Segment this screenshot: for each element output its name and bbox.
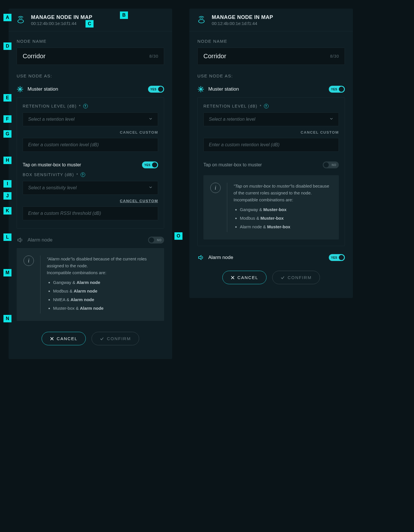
- marker-J: J: [3, 192, 11, 200]
- check-icon: [100, 337, 104, 341]
- marker-F: F: [3, 115, 11, 123]
- alarm-info-box: i "Alarm node"is disabled because of the…: [17, 248, 164, 321]
- marker-B: B: [120, 11, 128, 19]
- marker-G: G: [3, 130, 11, 138]
- muster-station-label: Muster station: [28, 86, 58, 92]
- retention-level-label: RETENTION LEVEL (dB)* ?: [203, 104, 339, 108]
- use-as-label: USE NODE AS:: [197, 73, 345, 78]
- alarm-node-label: Alarm node: [208, 255, 233, 260]
- node-name-label: NODE NAME: [17, 39, 164, 44]
- alarm-node-toggle[interactable]: YES: [329, 254, 345, 261]
- node-name-input[interactable]: [17, 48, 164, 65]
- svg-point-1: [199, 20, 204, 23]
- sensitivity-select[interactable]: Select a sensitivity level: [23, 181, 158, 195]
- panel-mac: 00:12:4b:00:1e:1d:f1:44: [212, 21, 273, 26]
- alarm-node-label: Alarm node: [28, 237, 53, 243]
- cancel-button[interactable]: CANCEL: [222, 271, 267, 284]
- muster-station-row: Muster station YES: [17, 83, 164, 97]
- close-icon: [50, 337, 54, 341]
- muster-station-toggle[interactable]: YES: [148, 86, 164, 93]
- cancel-custom-retention: CANCEL CUSTOM: [23, 130, 158, 135]
- footer-buttons: CANCEL CONFIRM: [17, 327, 164, 353]
- muster-station-icon: [17, 86, 24, 93]
- node-name-label: NODE NAME: [197, 39, 345, 44]
- marker-N: N: [3, 315, 11, 322]
- close-icon: [231, 276, 235, 280]
- cancel-button[interactable]: CANCEL: [42, 332, 86, 345]
- tap-info-box: i "Tap on muster-box to muster"is disabl…: [203, 175, 339, 239]
- alarm-speaker-icon: [197, 254, 204, 261]
- alarm-node-row: Alarm node YES: [197, 252, 345, 266]
- panel-header: MANAGE NODE IN MAP 00:12:4b:00:1e:1d:f1:…: [189, 9, 353, 31]
- custom-retention-input[interactable]: [23, 138, 158, 152]
- tap-muster-toggle[interactable]: YES: [142, 161, 158, 168]
- footer-buttons: CANCEL CONFIRM: [197, 266, 345, 292]
- info-text: "Alarm node"is disabled because of the c…: [47, 256, 157, 313]
- retention-level-select[interactable]: Select a retention level: [23, 112, 158, 126]
- confirm-button[interactable]: CONFIRM: [272, 271, 320, 284]
- marker-O: O: [174, 232, 182, 240]
- cancel-custom-retention: CANCEL CUSTOM: [203, 130, 339, 135]
- chevron-down-icon: [329, 117, 333, 122]
- marker-C: C: [85, 20, 94, 28]
- tap-muster-row: Tap on muster-box to muster NO: [203, 159, 339, 172]
- alarm-node-toggle: NO: [148, 237, 164, 243]
- node-cloud-icon: [196, 14, 207, 26]
- muster-station-icon: [197, 86, 204, 93]
- tap-muster-row: Tap on muster-box to muster YES: [23, 159, 158, 172]
- panel-title: MANAGE NODE IN MAP: [31, 14, 92, 20]
- retention-level-select[interactable]: Select a retention level: [203, 112, 339, 126]
- tap-muster-toggle: NO: [323, 161, 339, 168]
- custom-retention-input[interactable]: [203, 138, 339, 152]
- muster-settings-box: RETENTION LEVEL (dB)* ? Select a retenti…: [197, 97, 345, 246]
- marker-E: E: [3, 94, 11, 102]
- node-cloud-icon: [15, 14, 26, 26]
- panel-left: MANAGE NODE IN MAP 00:12:4b:00:1e:1d:f1:…: [9, 9, 172, 359]
- retention-level-label: RETENTION LEVEL (dB)* ?: [23, 104, 158, 108]
- svg-point-0: [18, 20, 24, 23]
- info-icon: i: [210, 183, 221, 193]
- marker-H: H: [3, 157, 11, 164]
- alarm-node-row: Alarm node NO: [17, 234, 164, 248]
- marker-D: D: [3, 42, 11, 50]
- box-sensitivity-label: BOX SENSITIVITY (dB)* ?: [23, 172, 158, 177]
- muster-station-toggle[interactable]: YES: [329, 86, 345, 93]
- help-icon[interactable]: ?: [83, 104, 88, 108]
- char-count: 8/30: [330, 54, 339, 59]
- marker-A: A: [3, 14, 11, 21]
- muster-settings-box: RETENTION LEVEL (dB)* ? Select a retenti…: [17, 97, 164, 229]
- marker-K: K: [3, 207, 11, 215]
- check-icon: [281, 276, 285, 280]
- chevron-down-icon: [149, 117, 153, 122]
- panel-title: MANAGE NODE IN MAP: [212, 14, 273, 20]
- panel-right: MANAGE NODE IN MAP 00:12:4b:00:1e:1d:f1:…: [189, 9, 353, 298]
- help-icon[interactable]: ?: [81, 172, 85, 177]
- help-icon[interactable]: ?: [264, 104, 269, 108]
- marker-L: L: [3, 233, 11, 241]
- marker-M: M: [3, 269, 11, 276]
- cancel-custom-sensitivity[interactable]: CANCEL CUSTOM: [23, 199, 158, 203]
- char-count: 8/30: [149, 54, 158, 59]
- muster-station-label: Muster station: [208, 86, 239, 92]
- panel-mac: 00:12:4b:00:1e:1d:f1:44: [31, 21, 92, 26]
- custom-rssi-input[interactable]: [23, 206, 158, 220]
- confirm-button[interactable]: CONFIRM: [92, 332, 139, 345]
- use-as-label: USE NODE AS:: [17, 73, 164, 78]
- info-icon: i: [24, 256, 34, 266]
- marker-I: I: [3, 180, 11, 188]
- node-name-input[interactable]: [197, 48, 345, 65]
- alarm-speaker-icon: [17, 237, 24, 243]
- muster-station-row: Muster station YES: [197, 83, 345, 97]
- info-text: "Tap on muster-box to muster"is disabled…: [234, 183, 332, 232]
- chevron-down-icon: [149, 185, 153, 190]
